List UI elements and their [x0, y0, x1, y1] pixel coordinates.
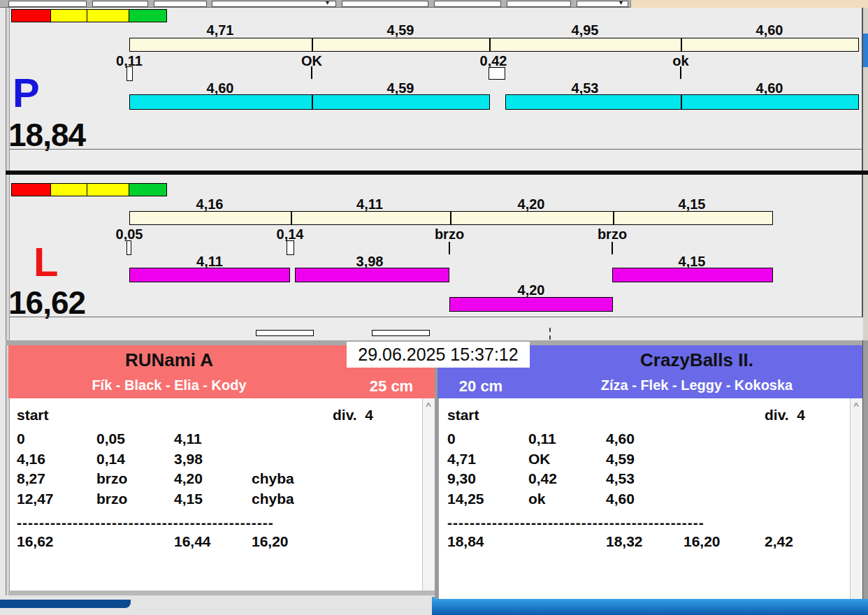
table-cell: brzo: [96, 491, 127, 507]
table-cell: 0: [17, 430, 25, 447]
table-cell: chyba: [252, 470, 294, 487]
l-tick-mark: [449, 242, 450, 254]
lane-l-bottom-line: [10, 317, 862, 317]
status-red-cell: [11, 183, 51, 196]
status-red-cell: [11, 9, 51, 22]
table-cell: 0,42: [528, 470, 557, 487]
table-total: 16,20: [683, 533, 721, 550]
toolbar-tan-area: [630, 0, 868, 8]
table-cell: 4,15: [174, 491, 203, 507]
table-cell: brzo: [96, 470, 127, 487]
chevron-down-icon[interactable]: ▾: [619, 0, 623, 6]
scroll-up-icon[interactable]: ^: [850, 400, 862, 411]
table-cell: 4,11: [174, 430, 202, 447]
table-cell: 0,11: [528, 430, 556, 447]
l-fault-label: brzo: [407, 226, 491, 243]
table-separator: ----------------------------------------…: [17, 514, 274, 531]
toolbar-field[interactable]: [154, 1, 207, 7]
table-cell: 4,16: [17, 451, 45, 468]
p-split-bar: [129, 38, 859, 52]
background-window-bar: [0, 600, 131, 608]
p-run-divider: [681, 95, 682, 109]
l-split-label: 4,11: [328, 196, 412, 212]
table-division: div. 4: [333, 407, 373, 424]
table-cell: chyba: [252, 491, 294, 507]
table-cell: OK: [528, 451, 551, 468]
taskbar[interactable]: [432, 597, 868, 615]
l-split-divider: [450, 212, 451, 224]
table-cell: 0,14: [96, 451, 125, 468]
scroll-up-icon[interactable]: ^: [422, 400, 435, 411]
p-run-bar: [129, 94, 490, 110]
table-total: 2,42: [765, 533, 793, 550]
p-tick-mark: [311, 66, 312, 79]
status-yellow-cell: [50, 183, 87, 196]
p-split-label: 4,95: [543, 22, 627, 38]
p-run-divider: [312, 95, 313, 109]
p-split-divider: [489, 38, 491, 51]
table-cell: 4,59: [606, 451, 635, 468]
team-right-table-area: [439, 398, 850, 599]
table-cell: ok: [528, 491, 546, 507]
table-separator: ----------------------------------------…: [447, 514, 704, 531]
table-total: 18,84: [447, 533, 484, 550]
l-run-bar: [612, 268, 773, 282]
l-tick-mark: [612, 242, 613, 254]
table-cell: 12,47: [17, 491, 54, 507]
p-split-label: 4,71: [178, 22, 262, 38]
status-yellow-cell: [50, 9, 87, 22]
status-green-cell: [129, 9, 167, 22]
toolbar-field[interactable]: [342, 1, 428, 7]
toolbar: ▾ ▾: [0, 0, 868, 8]
toolbar-field[interactable]: [434, 1, 501, 7]
team-left-table-area: [10, 398, 422, 591]
table-division: div. 4: [765, 407, 805, 424]
status-yellow-cell: [87, 183, 129, 196]
toolbar-field[interactable]: [8, 1, 87, 7]
table-cell: 9,30: [447, 470, 476, 487]
team-right-scrollbar[interactable]: [850, 398, 862, 599]
lane-p-total: 18,84: [8, 119, 85, 151]
table-cell: 4,60: [606, 491, 635, 507]
lane-p-letter: P: [13, 73, 40, 113]
l-split-label: 4,20: [489, 196, 573, 212]
table-total: 16,20: [252, 533, 289, 550]
l-fault-mark: [126, 240, 131, 255]
window-right-edge: [862, 340, 868, 599]
timestamp-box: 29.06.2025 15:37:12: [347, 342, 530, 368]
l-split-label: 4,15: [650, 196, 734, 212]
table-total: 16,44: [174, 533, 211, 550]
team-left-name: RUNami A: [8, 349, 330, 371]
l-split-divider: [613, 212, 614, 224]
p-fault-mark: [126, 66, 133, 81]
l-rerun-label: 4,20: [489, 282, 573, 298]
chevron-down-icon[interactable]: ▾: [326, 0, 329, 6]
team-left-bottom-border: [8, 591, 437, 595]
table-header: start: [447, 407, 479, 424]
team-right-name: CrazyBalls II.: [530, 349, 864, 371]
toolbar-field[interactable]: [92, 1, 148, 7]
team-right-dogs: Zíza - Flek - Leggy - Kokoska: [530, 377, 864, 393]
lane-l-total: 16,62: [8, 287, 85, 319]
indicator-rect: [256, 330, 314, 336]
status-yellow-cell: [87, 9, 129, 22]
timestamp-text: 29.06.2025 15:37:12: [358, 345, 518, 364]
toolbar-field[interactable]: [507, 1, 571, 7]
table-cell: 8,27: [17, 470, 45, 487]
table-cell: 4,53: [606, 470, 635, 487]
l-fault-mark: [287, 240, 294, 255]
p-split-divider: [681, 38, 682, 51]
table-cell: 4,71: [447, 451, 476, 468]
l-run-bar: [129, 268, 290, 282]
table-cell: 14,25: [447, 491, 484, 507]
table-cell: 4,60: [606, 430, 635, 447]
p-fault-mark: [489, 67, 505, 80]
p-split-label: 4,60: [728, 22, 811, 38]
toolbar-dropdown[interactable]: [212, 1, 336, 7]
p-tick-mark: [680, 66, 681, 79]
team-right-height: 20 cm: [439, 377, 523, 396]
l-split-divider: [291, 212, 292, 224]
team-left-scrollbar[interactable]: [422, 398, 435, 591]
table-total: 16,62: [17, 533, 54, 550]
status-green-cell: [129, 183, 167, 196]
